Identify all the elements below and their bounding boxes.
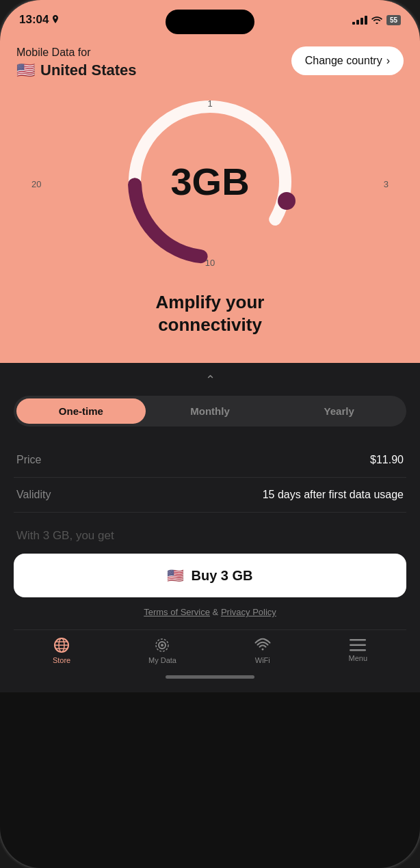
gauge-label-1: 1 bbox=[207, 98, 212, 109]
buy-flag: 🇺🇸 bbox=[167, 567, 184, 584]
with-gb-label: With 3 GB, you get bbox=[16, 529, 114, 542]
validity-label: Validity bbox=[16, 489, 51, 501]
collapse-chevron[interactable]: ⌃ bbox=[14, 363, 406, 396]
globe-icon bbox=[53, 637, 70, 653]
validity-value: 15 days after first data usage bbox=[263, 489, 404, 501]
price-value: $11.90 bbox=[370, 454, 404, 466]
gauge-value: 3GB bbox=[170, 163, 249, 201]
nav-my-data-label: My Data bbox=[148, 656, 176, 664]
status-icons: 55 bbox=[352, 15, 401, 25]
header-row: Mobile Data for 🇺🇸 United States Change … bbox=[16, 46, 404, 79]
nav-menu[interactable]: Menu bbox=[349, 639, 368, 662]
gauge-label-3: 3 bbox=[384, 179, 389, 189]
home-indicator bbox=[166, 675, 254, 679]
wifi-status-icon bbox=[371, 16, 382, 24]
svg-rect-13 bbox=[350, 649, 366, 651]
terms-ampersand: & bbox=[213, 607, 221, 617]
tab-yearly-label: Yearly bbox=[324, 405, 354, 417]
nav-store-label: Store bbox=[53, 656, 70, 664]
gauge-container: 3GB 1 3 10 20 bbox=[16, 86, 404, 277]
svg-rect-12 bbox=[350, 645, 366, 647]
nav-store[interactable]: Store bbox=[53, 637, 70, 664]
tab-yearly[interactable]: Yearly bbox=[274, 398, 404, 424]
tagline: Amplify your connectivity bbox=[16, 291, 404, 336]
mobile-data-label: Mobile Data for bbox=[16, 46, 137, 59]
terms-row: Terms of Service & Privacy Policy bbox=[14, 607, 406, 617]
with-gb-section: With 3 GB, you get bbox=[14, 513, 406, 554]
nav-menu-label: Menu bbox=[349, 654, 368, 662]
tab-one-time-label: One-time bbox=[59, 405, 103, 417]
nav-my-data[interactable]: My Data bbox=[148, 637, 176, 664]
tagline-line2: connectivity bbox=[158, 314, 262, 335]
my-data-icon bbox=[154, 637, 170, 653]
tagline-line1: Amplify your bbox=[156, 292, 265, 312]
dynamic-island bbox=[166, 10, 254, 34]
battery-indicator: 55 bbox=[386, 15, 401, 25]
billing-tab-bar: One-time Monthly Yearly bbox=[14, 396, 406, 426]
country-name: 🇺🇸 United States bbox=[16, 62, 137, 79]
gauge-label-10: 10 bbox=[205, 258, 215, 268]
tab-monthly-label: Monthly bbox=[190, 405, 230, 417]
terms-of-service-link[interactable]: Terms of Service bbox=[144, 607, 210, 617]
svg-point-9 bbox=[161, 644, 163, 647]
hero-section: Mobile Data for 🇺🇸 United States Change … bbox=[0, 36, 420, 363]
svg-rect-11 bbox=[350, 639, 366, 641]
gauge-label-20: 20 bbox=[31, 179, 41, 189]
nav-wifi[interactable]: WiFi bbox=[254, 637, 271, 664]
menu-icon bbox=[350, 639, 366, 651]
buy-button[interactable]: 🇺🇸 Buy 3 GB bbox=[14, 554, 406, 597]
svg-point-10 bbox=[261, 649, 263, 651]
price-label: Price bbox=[16, 454, 41, 466]
dark-section: ⌃ One-time Monthly Yearly Price $11.90 V… bbox=[0, 363, 420, 692]
tab-one-time[interactable]: One-time bbox=[16, 398, 146, 424]
nav-wifi-label: WiFi bbox=[255, 656, 270, 664]
chevron-right-icon: › bbox=[386, 55, 390, 67]
wifi-icon bbox=[254, 637, 271, 653]
country-info: Mobile Data for 🇺🇸 United States bbox=[16, 46, 137, 79]
buy-label: Buy 3 GB bbox=[191, 568, 252, 584]
gauge-endpoint-dot bbox=[278, 192, 296, 210]
signal-icon bbox=[352, 15, 367, 25]
time-display: 13:04 bbox=[19, 13, 49, 27]
tab-monthly[interactable]: Monthly bbox=[146, 398, 275, 424]
gauge-center: 3GB bbox=[170, 163, 249, 201]
status-time: 13:04 bbox=[19, 13, 60, 27]
price-row: Price $11.90 bbox=[14, 443, 406, 478]
change-country-label: Change country bbox=[305, 55, 382, 67]
bottom-nav: Store My Data WiFi bbox=[14, 629, 406, 670]
privacy-policy-link[interactable]: Privacy Policy bbox=[221, 607, 276, 617]
country-flag: 🇺🇸 bbox=[16, 62, 35, 79]
validity-row: Validity 15 days after first data usage bbox=[14, 478, 406, 513]
phone-frame: 13:04 55 Mobile Data for 🇺🇸 bbox=[0, 0, 420, 868]
country-text: United States bbox=[40, 62, 137, 79]
location-icon bbox=[51, 15, 60, 25]
change-country-button[interactable]: Change country › bbox=[291, 46, 404, 75]
